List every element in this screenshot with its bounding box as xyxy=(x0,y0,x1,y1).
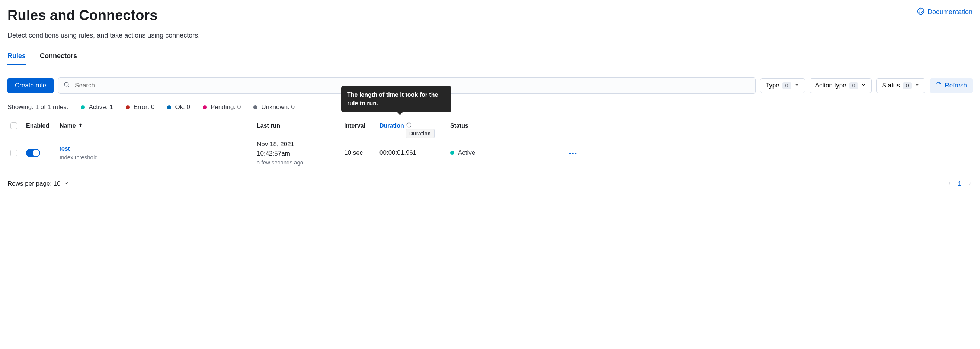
page-subtitle: Detect conditions using rules, and take … xyxy=(8,32,972,40)
chevron-down-icon xyxy=(915,82,920,89)
table-header: Enabled Name Last run Interval Duration … xyxy=(8,118,972,134)
th-name-label: Name xyxy=(59,123,76,129)
dot-blue-icon xyxy=(167,105,171,109)
dot-red-icon xyxy=(126,105,130,109)
filter-status[interactable]: Status 0 xyxy=(876,78,925,93)
dot-gray-icon xyxy=(253,105,258,109)
svg-point-1 xyxy=(920,10,922,13)
th-duration-label: Duration xyxy=(380,123,404,129)
sort-asc-icon xyxy=(78,123,83,129)
documentation-label: Documentation xyxy=(928,8,972,16)
th-enabled: Enabled xyxy=(26,123,59,129)
last-run-date: Nov 18, 2021 xyxy=(257,140,344,149)
refresh-icon xyxy=(935,81,942,90)
filter-action-type[interactable]: Action type 0 xyxy=(810,78,872,93)
rules-table: Enabled Name Last run Interval Duration … xyxy=(8,118,972,172)
table-row: test Index threshold Nov 18, 2021 10:42:… xyxy=(8,134,972,172)
refresh-button[interactable]: Refresh xyxy=(930,78,972,93)
filter-status-label: Status xyxy=(882,82,900,89)
status-active: Active: 1 xyxy=(81,104,113,111)
page-next[interactable] xyxy=(967,180,972,188)
row-status: Active xyxy=(450,149,554,157)
duration-tooltip: The length of time it took for the rule … xyxy=(341,86,451,112)
search-icon xyxy=(64,81,75,90)
dot-pink-icon xyxy=(203,105,207,109)
status-showing: Showing: 1 of 1 rules. xyxy=(8,104,68,111)
refresh-label: Refresh xyxy=(945,82,967,89)
row-interval: 10 sec xyxy=(344,149,380,157)
select-all-checkbox[interactable] xyxy=(10,123,17,129)
svg-line-3 xyxy=(68,86,69,87)
last-run-time: 10:42:57am xyxy=(257,149,344,158)
th-status: Status xyxy=(450,123,554,129)
tabs: Rules Connectors xyxy=(8,52,972,65)
th-interval: Interval xyxy=(344,123,380,129)
status-ok: Ok: 0 xyxy=(167,104,190,111)
page-prev[interactable] xyxy=(947,180,952,188)
more-icon xyxy=(569,149,577,156)
th-last-run: Last run xyxy=(257,123,344,129)
dot-green-icon xyxy=(81,105,85,109)
dot-green-icon xyxy=(450,151,454,155)
svg-rect-9 xyxy=(572,153,574,155)
filter-type-label: Type xyxy=(766,82,780,89)
filter-action-type-label: Action type xyxy=(815,82,846,89)
status-unknown: Unknown: 0 xyxy=(253,104,295,111)
svg-point-0 xyxy=(918,8,924,14)
page-title: Rules and Connectors xyxy=(8,8,158,24)
filter-type-count: 0 xyxy=(783,82,791,89)
chevron-left-icon xyxy=(947,180,952,187)
svg-rect-8 xyxy=(569,153,571,155)
rule-type: Index threshold xyxy=(59,154,257,160)
filter-action-type-count: 0 xyxy=(850,82,858,89)
status-bar: Showing: 1 of 1 rules. Active: 1 Error: … xyxy=(8,104,972,111)
row-actions-button[interactable] xyxy=(554,149,577,157)
th-name[interactable]: Name xyxy=(59,123,257,129)
chevron-right-icon xyxy=(967,180,972,187)
tab-rules[interactable]: Rules xyxy=(8,52,25,65)
status-error: Error: 0 xyxy=(126,104,155,111)
last-run-ago: a few seconds ago xyxy=(257,159,344,166)
documentation-link[interactable]: Documentation xyxy=(917,8,972,17)
rule-name-link[interactable]: test xyxy=(59,145,257,153)
rpp-label: Rows per page: 10 xyxy=(8,180,60,188)
pagination: 1 xyxy=(947,180,972,188)
page-current[interactable]: 1 xyxy=(958,180,961,188)
help-icon xyxy=(917,8,924,17)
info-icon xyxy=(406,123,412,129)
rows-per-page[interactable]: Rows per page: 10 xyxy=(8,180,69,188)
duration-title-tip: Duration xyxy=(406,129,434,138)
row-status-label: Active xyxy=(458,149,475,157)
filter-type[interactable]: Type 0 xyxy=(760,78,805,93)
filter-status-count: 0 xyxy=(903,82,912,89)
status-pending: Pending: 0 xyxy=(203,104,241,111)
toolbar: Create rule Type 0 Action type 0 Status … xyxy=(8,77,972,94)
create-rule-button[interactable]: Create rule xyxy=(8,78,54,93)
tab-connectors[interactable]: Connectors xyxy=(40,52,77,65)
svg-rect-10 xyxy=(575,153,576,155)
enabled-toggle[interactable] xyxy=(26,149,40,157)
chevron-down-icon xyxy=(861,82,866,89)
row-checkbox[interactable] xyxy=(10,150,17,156)
svg-point-6 xyxy=(409,124,409,124)
row-duration: 00:00:01.961 xyxy=(380,149,450,157)
svg-point-2 xyxy=(64,82,68,86)
chevron-down-icon xyxy=(64,180,69,188)
table-footer: Rows per page: 10 1 xyxy=(8,180,972,188)
chevron-down-icon xyxy=(794,82,800,89)
th-duration[interactable]: Duration xyxy=(380,123,450,129)
